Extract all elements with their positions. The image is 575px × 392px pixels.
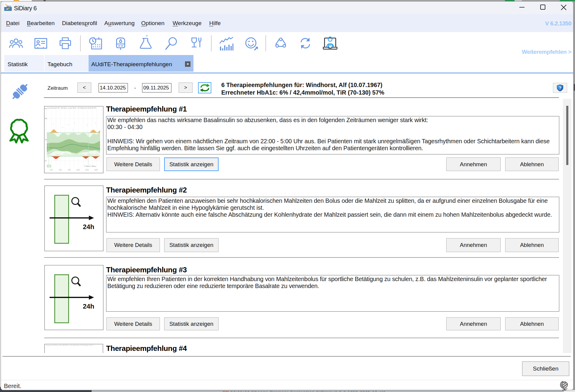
svg-text:15:00: 15:00 xyxy=(85,169,89,171)
svg-text:400: 400 xyxy=(45,108,47,109)
svg-text:9:00: 9:00 xyxy=(68,169,71,171)
svg-text:Diary: Diary xyxy=(7,5,11,7)
svg-text:12:00: 12:00 xyxy=(76,169,80,171)
svg-text:24h: 24h xyxy=(83,223,94,231)
svg-text:300: 300 xyxy=(45,118,47,119)
svg-text:6:00: 6:00 xyxy=(59,169,62,171)
svg-text:© TiRsüd © SiDiary: © TiRsüd © SiDiary xyxy=(84,165,96,167)
svg-text:?: ? xyxy=(559,85,561,90)
svg-text:Level Übersicht TiR - Alle We: Level Übersicht TiR - Alle Werte - 31 tg… xyxy=(47,107,96,109)
svg-text:24h: 24h xyxy=(83,303,94,310)
svg-text:40: 40 xyxy=(45,160,47,162)
svg-text:18:00: 18:00 xyxy=(94,169,98,171)
svg-text:3:00: 3:00 xyxy=(50,169,53,171)
svg-text:100: 100 xyxy=(45,139,47,141)
